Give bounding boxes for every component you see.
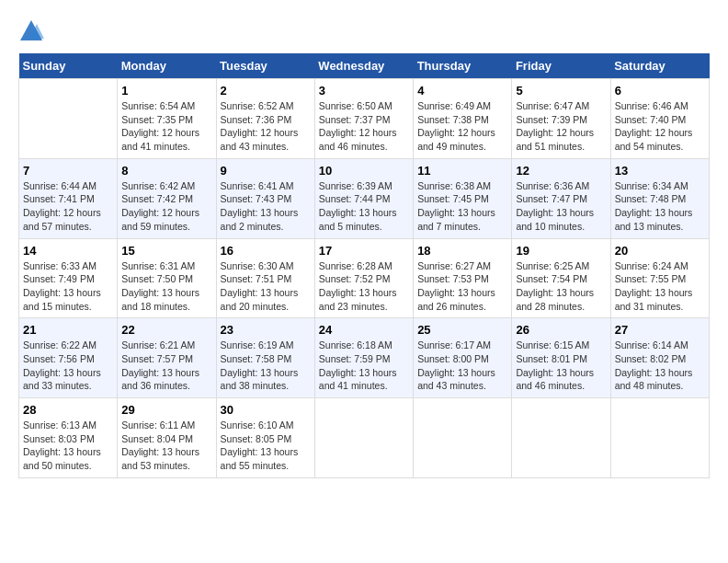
calendar-cell: 8Sunrise: 6:42 AMSunset: 7:42 PMDaylight…: [118, 158, 216, 238]
cell-info: Sunrise: 6:44 AMSunset: 7:41 PMDaylight:…: [23, 179, 113, 234]
cell-info: Sunrise: 6:52 AMSunset: 7:36 PMDaylight:…: [221, 99, 311, 154]
header-monday: Monday: [118, 53, 216, 79]
calendar-cell: [414, 398, 512, 478]
day-number: 7: [23, 164, 113, 178]
cell-info: Sunrise: 6:33 AMSunset: 7:49 PMDaylight:…: [23, 259, 113, 314]
calendar-table: SundayMondayTuesdayWednesdayThursdayFrid…: [18, 53, 710, 478]
calendar-cell: 23Sunrise: 6:19 AMSunset: 7:58 PMDayligh…: [216, 318, 314, 398]
calendar-cell: [512, 398, 610, 478]
cell-info: Sunrise: 6:18 AMSunset: 7:59 PMDaylight:…: [319, 339, 409, 393]
day-number: 26: [516, 323, 606, 337]
day-number: 13: [615, 164, 705, 178]
day-number: 4: [417, 84, 507, 98]
cell-info: Sunrise: 6:34 AMSunset: 7:48 PMDaylight:…: [615, 179, 705, 234]
header-saturday: Saturday: [610, 53, 709, 79]
calendar-cell: 25Sunrise: 6:17 AMSunset: 8:00 PMDayligh…: [414, 318, 512, 398]
day-number: 28: [23, 403, 113, 417]
day-number: 22: [121, 323, 211, 337]
cell-info: Sunrise: 6:49 AMSunset: 7:38 PMDaylight:…: [417, 99, 507, 154]
cell-info: Sunrise: 6:30 AMSunset: 7:51 PMDaylight:…: [221, 259, 311, 314]
calendar-cell: 12Sunrise: 6:36 AMSunset: 7:47 PMDayligh…: [512, 158, 610, 238]
calendar-cell: 16Sunrise: 6:30 AMSunset: 7:51 PMDayligh…: [216, 238, 314, 318]
calendar-cell: 2Sunrise: 6:52 AMSunset: 7:36 PMDaylight…: [216, 79, 314, 159]
day-number: 1: [121, 84, 211, 98]
calendar-cell: 7Sunrise: 6:44 AMSunset: 7:41 PMDaylight…: [19, 158, 118, 238]
cell-info: Sunrise: 6:47 AMSunset: 7:39 PMDaylight:…: [516, 99, 606, 154]
calendar-cell: 4Sunrise: 6:49 AMSunset: 7:38 PMDaylight…: [414, 79, 512, 159]
calendar-cell: 26Sunrise: 6:15 AMSunset: 8:01 PMDayligh…: [512, 318, 610, 398]
calendar-cell: 29Sunrise: 6:11 AMSunset: 8:04 PMDayligh…: [118, 398, 216, 478]
calendar-week-5: 28Sunrise: 6:13 AMSunset: 8:03 PMDayligh…: [19, 398, 710, 478]
header-friday: Friday: [512, 53, 610, 79]
calendar-cell: 17Sunrise: 6:28 AMSunset: 7:52 PMDayligh…: [314, 238, 413, 318]
calendar-cell: 13Sunrise: 6:34 AMSunset: 7:48 PMDayligh…: [610, 158, 709, 238]
calendar-cell: 19Sunrise: 6:25 AMSunset: 7:54 PMDayligh…: [512, 238, 610, 318]
day-number: 29: [121, 403, 211, 417]
day-number: 10: [319, 164, 409, 178]
header-tuesday: Tuesday: [216, 53, 314, 79]
cell-info: Sunrise: 6:21 AMSunset: 7:57 PMDaylight:…: [121, 339, 211, 393]
calendar-cell: 5Sunrise: 6:47 AMSunset: 7:39 PMDaylight…: [512, 79, 610, 159]
logo: [18, 18, 48, 44]
day-number: 21: [23, 323, 113, 337]
cell-info: Sunrise: 6:15 AMSunset: 8:01 PMDaylight:…: [516, 339, 606, 393]
day-number: 17: [319, 244, 409, 258]
calendar-cell: 30Sunrise: 6:10 AMSunset: 8:05 PMDayligh…: [216, 398, 314, 478]
day-number: 14: [23, 244, 113, 258]
cell-info: Sunrise: 6:13 AMSunset: 8:03 PMDaylight:…: [23, 419, 113, 473]
day-number: 16: [221, 244, 311, 258]
page-header: [18, 18, 710, 44]
calendar-cell: 3Sunrise: 6:50 AMSunset: 7:37 PMDaylight…: [314, 79, 413, 159]
day-number: 27: [615, 323, 705, 337]
cell-info: Sunrise: 6:11 AMSunset: 8:04 PMDaylight:…: [121, 419, 211, 473]
calendar-cell: 10Sunrise: 6:39 AMSunset: 7:44 PMDayligh…: [314, 158, 413, 238]
day-number: 8: [121, 164, 211, 178]
cell-info: Sunrise: 6:14 AMSunset: 8:02 PMDaylight:…: [615, 339, 705, 393]
calendar-cell: [610, 398, 709, 478]
calendar-cell: 27Sunrise: 6:14 AMSunset: 8:02 PMDayligh…: [610, 318, 709, 398]
day-number: 19: [516, 244, 606, 258]
cell-info: Sunrise: 6:54 AMSunset: 7:35 PMDaylight:…: [121, 99, 211, 154]
calendar-cell: 21Sunrise: 6:22 AMSunset: 7:56 PMDayligh…: [19, 318, 118, 398]
cell-info: Sunrise: 6:24 AMSunset: 7:55 PMDaylight:…: [615, 259, 705, 314]
logo-icon: [18, 18, 44, 44]
cell-info: Sunrise: 6:41 AMSunset: 7:43 PMDaylight:…: [221, 179, 311, 234]
cell-info: Sunrise: 6:17 AMSunset: 8:00 PMDaylight:…: [417, 339, 507, 393]
cell-info: Sunrise: 6:31 AMSunset: 7:50 PMDaylight:…: [121, 259, 211, 314]
calendar-week-3: 14Sunrise: 6:33 AMSunset: 7:49 PMDayligh…: [19, 238, 710, 318]
cell-info: Sunrise: 6:25 AMSunset: 7:54 PMDaylight:…: [516, 259, 606, 314]
calendar-cell: [314, 398, 413, 478]
header-wednesday: Wednesday: [314, 53, 413, 79]
day-number: 5: [516, 84, 606, 98]
calendar-cell: 20Sunrise: 6:24 AMSunset: 7:55 PMDayligh…: [610, 238, 709, 318]
calendar-week-2: 7Sunrise: 6:44 AMSunset: 7:41 PMDaylight…: [19, 158, 710, 238]
cell-info: Sunrise: 6:39 AMSunset: 7:44 PMDaylight:…: [319, 179, 409, 234]
cell-info: Sunrise: 6:36 AMSunset: 7:47 PMDaylight:…: [516, 179, 606, 234]
cell-info: Sunrise: 6:42 AMSunset: 7:42 PMDaylight:…: [121, 179, 211, 234]
header-sunday: Sunday: [19, 53, 118, 79]
calendar-week-4: 21Sunrise: 6:22 AMSunset: 7:56 PMDayligh…: [19, 318, 710, 398]
day-number: 15: [121, 244, 211, 258]
day-number: 2: [221, 84, 311, 98]
cell-info: Sunrise: 6:19 AMSunset: 7:58 PMDaylight:…: [221, 339, 311, 393]
day-number: 18: [417, 244, 507, 258]
calendar-cell: 6Sunrise: 6:46 AMSunset: 7:40 PMDaylight…: [610, 79, 709, 159]
day-number: 12: [516, 164, 606, 178]
cell-info: Sunrise: 6:27 AMSunset: 7:53 PMDaylight:…: [417, 259, 507, 314]
calendar-cell: 1Sunrise: 6:54 AMSunset: 7:35 PMDaylight…: [118, 79, 216, 159]
day-number: 6: [615, 84, 705, 98]
calendar-cell: 14Sunrise: 6:33 AMSunset: 7:49 PMDayligh…: [19, 238, 118, 318]
day-number: 30: [221, 403, 311, 417]
cell-info: Sunrise: 6:22 AMSunset: 7:56 PMDaylight:…: [23, 339, 113, 393]
calendar-cell: 15Sunrise: 6:31 AMSunset: 7:50 PMDayligh…: [118, 238, 216, 318]
header-thursday: Thursday: [414, 53, 512, 79]
calendar-cell: 28Sunrise: 6:13 AMSunset: 8:03 PMDayligh…: [19, 398, 118, 478]
calendar-week-1: 1Sunrise: 6:54 AMSunset: 7:35 PMDaylight…: [19, 79, 710, 159]
cell-info: Sunrise: 6:38 AMSunset: 7:45 PMDaylight:…: [417, 179, 507, 234]
day-number: 23: [221, 323, 311, 337]
calendar-header-row: SundayMondayTuesdayWednesdayThursdayFrid…: [19, 53, 710, 79]
day-number: 25: [417, 323, 507, 337]
cell-info: Sunrise: 6:50 AMSunset: 7:37 PMDaylight:…: [319, 99, 409, 154]
calendar-cell: 11Sunrise: 6:38 AMSunset: 7:45 PMDayligh…: [414, 158, 512, 238]
day-number: 11: [417, 164, 507, 178]
